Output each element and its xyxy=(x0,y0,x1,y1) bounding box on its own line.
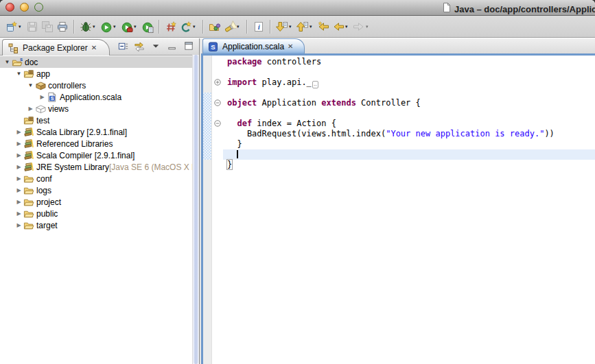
code-line[interactable]: import play.api._‥ xyxy=(223,77,595,88)
fold-collapse-icon[interactable] xyxy=(214,120,221,127)
minimize-button[interactable] xyxy=(167,40,178,52)
expand-arrow-icon[interactable]: ▶ xyxy=(14,129,23,135)
new-class-button[interactable]: ▾ xyxy=(178,18,199,36)
code-line[interactable]: object Application extends Controller { xyxy=(223,98,595,108)
expand-arrow-icon[interactable]: ▶ xyxy=(14,187,23,193)
dropdown-arrow-icon[interactable]: ▾ xyxy=(134,24,139,29)
tree-item-project[interactable]: ▶project xyxy=(0,196,192,208)
open-type-button[interactable] xyxy=(207,18,222,36)
main-toolbar: ▾▾▾▾▾▾i▾▾▾▾ xyxy=(0,16,595,38)
minimize-window-button[interactable] xyxy=(20,3,29,12)
expand-arrow-icon[interactable]: ▶ xyxy=(14,210,23,217)
fold-collapse-icon[interactable] xyxy=(214,99,221,106)
tree-item-controllers[interactable]: ▼controllers xyxy=(0,80,192,91)
fold-expand-icon[interactable] xyxy=(214,79,221,86)
dropdown-arrow-icon[interactable]: ▾ xyxy=(93,24,97,29)
tree-item-views[interactable]: ▶views xyxy=(0,103,192,114)
dropdown-arrow-icon[interactable]: ▾ xyxy=(289,24,294,29)
tree-item-test[interactable]: test xyxy=(0,114,192,126)
dropdown-arrow-icon[interactable]: ▾ xyxy=(237,24,242,29)
code-line[interactable]: } xyxy=(223,160,595,170)
code-line[interactable]: def index = Action { xyxy=(223,119,595,129)
tree-item-referenced[interactable]: ▶Referenced Libraries xyxy=(0,138,192,149)
code-token: Controller { xyxy=(356,98,421,108)
folded-region-box[interactable]: ‥ xyxy=(312,81,318,88)
run-external-button[interactable]: ▾ xyxy=(119,18,140,36)
debug-button[interactable]: ▾ xyxy=(78,18,99,36)
titlebar[interactable]: Java – doc/app/controllers/Application.s… xyxy=(0,0,595,16)
expand-arrow-icon[interactable]: ▶ xyxy=(14,199,23,205)
dropdown-arrow-icon[interactable]: ▾ xyxy=(310,24,314,29)
scala-file-icon: S xyxy=(207,41,219,52)
zoom-window-button[interactable] xyxy=(34,3,43,12)
editor-area: S Application.scala ✕ package controller… xyxy=(201,38,595,364)
run-as-button[interactable] xyxy=(140,18,155,36)
scrollbar-thumb[interactable] xyxy=(194,55,198,364)
code-line[interactable] xyxy=(223,108,595,119)
code-line[interactable] xyxy=(223,67,595,77)
forward-button[interactable]: ▾ xyxy=(351,18,372,36)
tree-item-app[interactable]: ▼app xyxy=(0,68,192,80)
traffic-lights xyxy=(5,3,43,12)
eclipse-window: Java – doc/app/controllers/Application.s… xyxy=(0,0,595,364)
code-line[interactable]: } xyxy=(223,139,595,149)
expand-arrow-icon[interactable]: ▶ xyxy=(14,164,23,170)
code-line[interactable]: BadRequest(views.html.index("Your new ap… xyxy=(223,129,595,139)
run-button[interactable]: ▾ xyxy=(99,18,119,36)
back-button[interactable]: ▾ xyxy=(331,18,351,36)
info-button[interactable]: i xyxy=(251,18,266,36)
close-icon[interactable]: ✕ xyxy=(91,44,97,51)
view-menu-button[interactable] xyxy=(150,40,162,52)
tree-item-scala[interactable]: ▶Scala Compiler [2.9.1.final] xyxy=(0,149,192,161)
tab-package-explorer[interactable]: Package Explorer ✕ xyxy=(2,39,110,56)
collapse-arrow-icon[interactable]: ▼ xyxy=(26,82,35,88)
annotation-ruler[interactable] xyxy=(203,56,212,364)
save-all-button[interactable] xyxy=(40,18,55,36)
folder-icon xyxy=(23,185,35,196)
tree-item-logs[interactable]: ▶logs xyxy=(0,184,192,196)
dropdown-arrow-icon[interactable]: ▾ xyxy=(366,24,371,29)
dropdown-arrow-icon[interactable]: ▾ xyxy=(19,24,23,29)
tree-item-conf[interactable]: ▶conf xyxy=(0,173,192,184)
folding-gutter[interactable] xyxy=(212,56,223,364)
code-line[interactable] xyxy=(223,88,595,98)
tree-item-jre[interactable]: ▶JRE System Library [Java SE 6 (MacOS X … xyxy=(0,161,192,173)
expand-arrow-icon[interactable]: ▶ xyxy=(14,222,23,228)
collapse-arrow-icon[interactable]: ▼ xyxy=(14,71,23,77)
collapse-all-button[interactable] xyxy=(117,40,129,52)
last-edit-button[interactable] xyxy=(316,18,331,36)
expand-arrow-icon[interactable]: ▶ xyxy=(38,94,47,100)
explorer-scrollbar[interactable] xyxy=(192,55,199,364)
expand-arrow-icon[interactable]: ▶ xyxy=(14,141,23,147)
dropdown-arrow-icon[interactable]: ▾ xyxy=(113,24,118,29)
new-wizard-button[interactable]: ▾ xyxy=(4,18,25,36)
expand-arrow-icon[interactable]: ▶ xyxy=(14,152,23,158)
close-icon[interactable]: ✕ xyxy=(288,43,293,50)
code-editor[interactable]: package controllersimport play.api._‥obj… xyxy=(223,56,595,364)
dropdown-arrow-icon[interactable]: ▾ xyxy=(193,24,198,29)
tree-item-scala[interactable]: ▶Scala Library [2.9.1.final] xyxy=(0,126,192,138)
svg-text:S: S xyxy=(51,95,54,100)
close-window-button[interactable] xyxy=(5,3,14,12)
expand-arrow-icon[interactable]: ▶ xyxy=(14,175,23,182)
tree-item-target[interactable]: ▶target xyxy=(0,219,192,231)
search-button[interactable]: ▾ xyxy=(222,18,243,36)
save-all-icon xyxy=(41,21,54,33)
new-project-button[interactable] xyxy=(163,18,178,36)
expand-arrow-icon[interactable]: ▶ xyxy=(26,106,35,112)
tab-application-scala[interactable]: S Application.scala ✕ xyxy=(202,38,305,53)
collapse-arrow-icon[interactable]: ▼ xyxy=(3,59,12,65)
save-button[interactable] xyxy=(25,18,40,36)
print-button[interactable] xyxy=(55,18,70,36)
code-line[interactable] xyxy=(223,149,595,160)
link-editor-button[interactable] xyxy=(134,40,145,52)
tree-item-application.scala[interactable]: ▶SApplication.scala xyxy=(0,91,192,103)
dropdown-arrow-icon[interactable]: ▾ xyxy=(345,24,350,29)
tree-item-public[interactable]: ▶public xyxy=(0,208,192,219)
tree-item-doc[interactable]: ▼sdoc xyxy=(0,56,192,68)
editor-body: package controllersimport play.api._‥obj… xyxy=(201,56,595,364)
maximize-button[interactable] xyxy=(183,40,195,52)
prev-annotation-button[interactable]: ▾ xyxy=(295,18,316,36)
code-line[interactable]: package controllers xyxy=(223,57,595,67)
next-annotation-button[interactable]: ▾ xyxy=(275,18,295,36)
